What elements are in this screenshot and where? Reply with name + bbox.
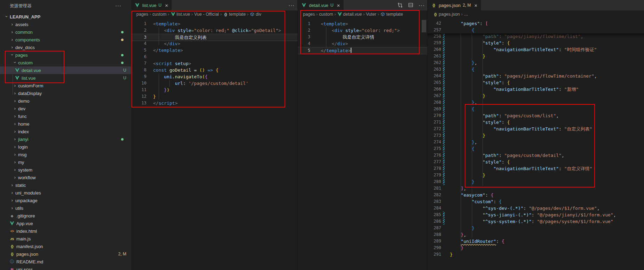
tree-item-pages.json[interactable]: {}pages.json2, M (0, 250, 131, 258)
tree-item-manifest.json[interactable]: {}manifest.json (0, 243, 131, 250)
code-line-269[interactable]: 269 { (428, 106, 644, 112)
breadcrumb-item[interactable]: … (464, 12, 468, 17)
line-number[interactable]: 6 (131, 54, 146, 60)
line-number[interactable]: 279 (428, 172, 441, 178)
line-number[interactable]: 274 (428, 139, 441, 145)
code-line-275[interactable]: 275 { (428, 145, 644, 152)
breadcrumb-item[interactable]: list.vue (170, 12, 190, 17)
code-line-265[interactable]: 265 "style": { (428, 79, 644, 86)
tree-item-App.vue[interactable]: App.vue (0, 220, 131, 227)
line-number[interactable]: 4 (131, 40, 146, 47)
code-line-264[interactable]: 264 "path": "pages/jianyi/flowTime/conta… (428, 73, 644, 79)
line-number[interactable]: 2 (131, 27, 146, 34)
code-line-2[interactable]: 2 <div style="color: red;"> (298, 27, 428, 34)
line-number[interactable]: 291 (428, 251, 441, 258)
line-number[interactable]: 2 (298, 27, 310, 34)
code-line-10[interactable]: 10 url: '/pages/custom/detail' (131, 80, 297, 87)
breadcrumb-item[interactable]: {}template (223, 12, 246, 17)
code-line-11[interactable]: 11 }) (131, 87, 297, 93)
code-line-2[interactable]: 2 <div style="color: red;" @click="goDet… (131, 27, 297, 34)
code-editor[interactable]: 258 "path": "pages/jianyi/flowTime/list"… (428, 18, 644, 270)
tree-item-dataDisplay[interactable]: ›dataDisplay (0, 89, 131, 97)
line-number[interactable]: 281 (428, 185, 441, 192)
code-line-289[interactable]: 289 "uniIdRouter": { (428, 238, 644, 245)
code-line-3[interactable]: 3 我是自定义列表 (131, 34, 297, 41)
tree-item-index[interactable]: ›index (0, 128, 131, 135)
line-number[interactable]: 265 (428, 79, 441, 86)
tree-item-main.js[interactable]: JSmain.js (0, 235, 131, 243)
breadcrumb-item[interactable]: {}pages.json (433, 12, 460, 17)
tab-list.vue[interactable]: list.vueU× (131, 0, 172, 10)
tree-item-dev[interactable]: ›dev (0, 105, 131, 112)
code-line-12[interactable]: 12} (131, 93, 297, 100)
line-number[interactable]: 42 (428, 20, 441, 27)
line-number[interactable]: 1 (131, 21, 146, 27)
code-line-283[interactable]: 283 "custom": { (428, 198, 644, 205)
code-line-8[interactable]: 8const goDetail = () => { (131, 67, 297, 73)
line-number[interactable]: 270 (428, 112, 441, 119)
breadcrumb-item[interactable]: template (380, 12, 403, 17)
sticky-line-257[interactable]: 257 { (428, 27, 644, 33)
tree-item-uni.scss[interactable]: ≋uni.scss (0, 265, 131, 270)
tree-item-system[interactable]: ›system (0, 166, 131, 174)
code-line-268[interactable]: 268 }, (428, 99, 644, 106)
breadcrumb-item[interactable]: custom (152, 12, 166, 17)
tab-pages.json[interactable]: {}pages.json2, M× (428, 0, 481, 10)
tree-item-uni_modules[interactable]: ›uni_modules (0, 189, 131, 197)
breadcrumb-item[interactable]: div (250, 12, 261, 17)
code-line-270[interactable]: 270 "path": "pages/custom/list", (428, 112, 644, 119)
more-actions-icon[interactable]: ··· (419, 3, 425, 7)
line-number[interactable]: 278 (428, 165, 441, 172)
line-number[interactable]: 5 (131, 47, 146, 54)
code-editor[interactable]: 1<template>2 <div style="color: red;" @c… (131, 18, 297, 270)
code-line-9[interactable]: 9 uni.navigateTo({ (131, 73, 297, 80)
line-number[interactable]: 266 (428, 86, 441, 93)
code-line-272[interactable]: 272 "navigationBarTitleText": "自定义列表" (428, 126, 644, 132)
code-line-290[interactable]: 290 } (428, 245, 644, 251)
tree-item-assets[interactable]: ›assets (0, 21, 131, 28)
line-number[interactable]: 11 (131, 87, 146, 93)
tree-item-customForm[interactable]: ›customForm (0, 82, 131, 89)
line-number[interactable]: 286 (428, 218, 441, 225)
more-actions-icon[interactable]: ··· (288, 3, 295, 7)
line-number[interactable]: 4 (298, 40, 310, 47)
tree-item-workflow[interactable]: ›workflow (0, 174, 131, 181)
line-number[interactable]: 261 (428, 53, 441, 59)
tree-item-index.html[interactable]: <>index.html (0, 227, 131, 235)
line-number[interactable]: 264 (428, 73, 441, 79)
line-number[interactable]: 5 (298, 47, 310, 54)
tree-item-login[interactable]: ›login (0, 143, 131, 151)
code-line-279[interactable]: 279 } (428, 172, 644, 178)
tree-item-dev_docs[interactable]: ›dev_docs (0, 43, 131, 51)
split-editor-icon[interactable] (408, 2, 413, 8)
code-line-1[interactable]: 1<template> (131, 21, 297, 27)
breadcrumb-item[interactable]: pages (303, 12, 315, 17)
explorer-more-actions-icon[interactable]: ··· (115, 0, 121, 12)
line-number[interactable]: 259 (428, 40, 441, 46)
code-line-274[interactable]: 274 }, (428, 139, 644, 145)
tree-item-README.md[interactable]: ⓘREADME.md (0, 258, 131, 265)
line-number[interactable]: 284 (428, 205, 441, 212)
breadcrumb-item[interactable]: Vue - Official (194, 12, 219, 17)
line-number[interactable]: 276 (428, 152, 441, 159)
line-number[interactable]: 262 (428, 59, 441, 66)
code-line-263[interactable]: 263 { (428, 66, 644, 73)
line-number[interactable]: 7 (131, 60, 146, 67)
tree-item-utils[interactable]: ›utils (0, 204, 131, 212)
line-number[interactable]: 8 (131, 67, 146, 73)
line-number[interactable]: 288 (428, 231, 441, 238)
breadcrumb-item[interactable]: Vuter (366, 12, 376, 17)
close-icon[interactable]: × (337, 2, 340, 8)
tree-item-custom[interactable]: ›custom (0, 59, 131, 66)
tree-item-components[interactable]: ›components (0, 36, 131, 43)
code-line-267[interactable]: 267 } (428, 93, 644, 99)
line-number[interactable]: 9 (131, 73, 146, 80)
close-icon[interactable]: × (165, 2, 168, 8)
code-line-260[interactable]: 260 "navigationBarTitleText": "时间组件验证" (428, 46, 644, 53)
close-icon[interactable]: × (474, 2, 477, 8)
line-number[interactable]: 13 (131, 100, 146, 106)
code-line-276[interactable]: 276 "path": "pages/custom/detail", (428, 152, 644, 159)
tree-item-my[interactable]: ›my (0, 158, 131, 166)
tree-item-.gitignore[interactable]: ◆.gitignore (0, 212, 131, 220)
code-line-282[interactable]: 282 "easycom": { (428, 192, 644, 198)
